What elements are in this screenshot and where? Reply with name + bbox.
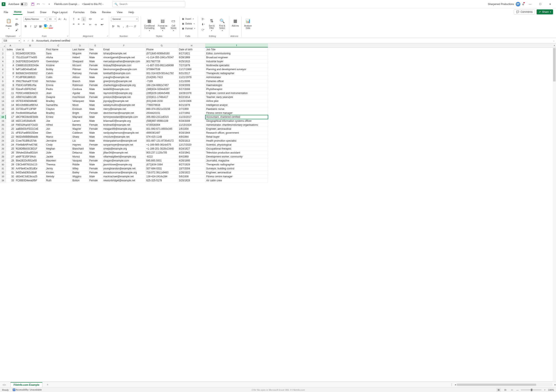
data-cell[interactable]: Television production assistant (205, 151, 268, 155)
select-all-corner[interactable] (0, 43, 6, 47)
data-cell[interactable]: smejia@example.org (102, 147, 146, 151)
data-cell[interactable]: 5/8/1938 (178, 175, 205, 179)
data-cell[interactable]: 11/23/2017 (178, 115, 205, 119)
data-cell[interactable]: 31 (6, 171, 15, 175)
data-cell[interactable]: Marco (45, 135, 72, 139)
data-cell[interactable]: 33730caFF13Ff4F (15, 107, 45, 111)
clear-button[interactable]: ◇▾ (200, 27, 206, 32)
data-cell[interactable]: Julie (45, 151, 72, 155)
undo-button[interactable]: ↶▾ (36, 1, 41, 7)
data-cell[interactable]: Melody (45, 175, 72, 179)
data-cell[interactable]: 9/27/1929 (178, 163, 205, 167)
data-cell[interactable]: F0e6bBAfFAeE76E (15, 143, 45, 147)
ribbon-tab-home[interactable]: Home (13, 9, 22, 15)
data-cell[interactable]: FEf0Cc496EB4bC0 (15, 91, 45, 95)
data-cell[interactable]: Bbe2B2Dcf652e55 (15, 159, 45, 163)
data-cell[interactable]: -7199 (146, 79, 178, 83)
data-cell[interactable]: 22 (6, 135, 15, 139)
addins-button[interactable]: ▦ Add-ins (231, 17, 239, 27)
data-cell[interactable]: Engineer, control and instrumentation (205, 91, 268, 95)
data-cell[interactable]: Mcguire (72, 52, 88, 55)
data-cell[interactable]: 5 (6, 67, 15, 71)
data-cell[interactable]: Samantha (45, 103, 72, 107)
data-cell[interactable]: F563CcbFBfEcf5a (15, 83, 45, 87)
data-cell[interactable]: Erickson (72, 107, 88, 111)
data-cell[interactable]: Mccann (72, 63, 88, 67)
column-header-A[interactable]: A (6, 43, 15, 47)
data-cell[interactable]: Fitness centre manager (205, 175, 268, 179)
data-cell[interactable]: Planning and development surveyor (205, 67, 268, 71)
data-cell[interactable]: 2 (6, 55, 15, 60)
save-icon[interactable] (30, 1, 36, 7)
format-painter-button[interactable]: 🖌 (14, 28, 19, 32)
toggle-switch[interactable]: Off (20, 2, 28, 6)
data-cell[interactable]: Male (88, 155, 102, 159)
data-cell[interactable]: 3/19/2009 (178, 83, 205, 87)
data-cell[interactable]: Theresa (45, 163, 72, 167)
data-cell[interactable]: Riddle (72, 163, 88, 167)
data-cell[interactable]: Liu (72, 139, 88, 143)
data-cell[interactable]: 8/31/2017 (178, 71, 205, 75)
header-cell[interactable]: Sex (88, 48, 102, 52)
column-header-C[interactable]: C (45, 43, 72, 47)
data-cell[interactable]: 9 (6, 83, 15, 87)
data-cell[interactable]: Multimedia specialist (205, 63, 268, 67)
data-cell[interactable]: Intelligence analyst (205, 103, 268, 107)
data-cell[interactable]: Bright (72, 111, 88, 115)
data-cell[interactable]: Female (88, 52, 102, 55)
data-cell[interactable]: Retail buyer (205, 135, 268, 139)
row-header[interactable]: 16 (0, 107, 6, 111)
data-cell[interactable]: Aguilar (72, 91, 88, 95)
data-cell[interactable]: Barrera (72, 123, 88, 127)
data-cell[interactable]: 10 (6, 87, 15, 91)
data-cell[interactable]: Male (88, 163, 102, 167)
data-cell[interactable]: 9/16/1944 (178, 131, 205, 135)
data-cell[interactable]: Phytotherapist (205, 87, 268, 91)
paste-button[interactable]: 📋 Paste ▾ (4, 17, 13, 30)
user-name[interactable]: Sharpened Productions (488, 3, 514, 6)
data-cell[interactable]: Clayton (45, 107, 72, 111)
data-cell[interactable]: 15 (6, 107, 15, 111)
cut-button[interactable]: ✂ (14, 17, 19, 21)
copy-button[interactable]: 🗐▾ (14, 22, 19, 27)
data-cell[interactable]: 1/27/1992 (178, 111, 205, 115)
data-cell[interactable]: Hebert (72, 55, 88, 60)
spreadsheet-grid[interactable]: ABCDEFGHI 1IndexUser IdFirst NameLast Na… (0, 43, 556, 382)
data-cell[interactable]: Pittman (72, 67, 88, 71)
data-cell[interactable]: Meghan (45, 147, 72, 151)
row-header[interactable]: 31 (0, 167, 6, 171)
data-cell[interactable]: 4735530004 (146, 123, 178, 127)
data-cell[interactable]: Female (88, 167, 102, 171)
row-header[interactable]: 18 (0, 115, 6, 119)
column-header-B[interactable]: B (15, 43, 45, 47)
ribbon-tab-view[interactable]: View (116, 9, 123, 15)
data-cell[interactable]: Surveyor, building control (205, 167, 268, 171)
data-cell[interactable]: (566)667-8566x109 (146, 119, 178, 123)
data-cell[interactable]: Male (88, 107, 102, 111)
horizontal-scroll-thumb[interactable] (457, 384, 536, 386)
row-header[interactable]: 12 (0, 91, 6, 95)
data-cell[interactable]: 16 (6, 111, 15, 115)
data-cell[interactable]: 8/17/1921 (178, 52, 205, 55)
column-header-I[interactable]: I (205, 43, 268, 47)
data-cell[interactable]: Delacruz (72, 151, 88, 155)
data-cell[interactable]: +1-166-565-3614x575 (146, 143, 178, 147)
data-cell[interactable]: Airline pilot (205, 99, 268, 103)
data-cell[interactable]: 1/21/2006 (178, 79, 205, 83)
data-cell[interactable]: 12/23/1906 (178, 99, 205, 103)
data-cell[interactable]: d82e9C3dE3bca25 (15, 175, 45, 179)
header-cell[interactable]: User Id (15, 48, 45, 52)
font-name-combo[interactable]: Aptos Narrow (23, 17, 47, 21)
align-middle-button[interactable]: ≡ (76, 17, 81, 21)
data-cell[interactable]: 12/17/2020 (178, 143, 205, 147)
data-cell[interactable]: 3 (6, 60, 15, 63)
data-cell[interactable]: newtonbridget@example.net (102, 179, 146, 182)
header-cell[interactable]: Last Name (72, 48, 88, 52)
data-cell[interactable]: 719.072.3811x9483 (146, 171, 178, 175)
data-cell[interactable]: Health promotion specialist (205, 139, 268, 143)
data-cell[interactable]: Gwendolyn (45, 60, 72, 63)
data-cell[interactable]: (389)824-3204x8287 (146, 87, 178, 91)
column-headers[interactable]: ABCDEFGHI (0, 43, 556, 48)
column-header-D[interactable]: D (72, 43, 88, 47)
qat-customize[interactable]: ▾ (46, 1, 52, 7)
